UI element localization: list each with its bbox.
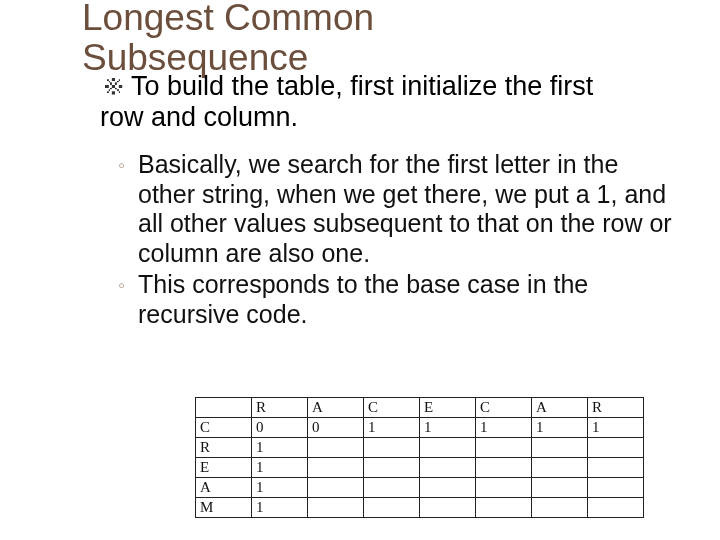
table-row: C 0 0 1 1 1 1 1 xyxy=(196,418,644,438)
table-cell: 1 xyxy=(364,418,420,438)
table-cell: C xyxy=(364,398,420,418)
table-cell: 0 xyxy=(252,418,308,438)
ring-bullet-icon: ◦ xyxy=(118,274,125,298)
table-cell xyxy=(588,438,644,458)
table-cell xyxy=(532,458,588,478)
table-cell xyxy=(588,478,644,498)
table-cell: E xyxy=(196,458,252,478)
table-cell: M xyxy=(196,498,252,518)
table-cell xyxy=(420,438,476,458)
table-cell xyxy=(364,438,420,458)
table-cell xyxy=(420,478,476,498)
table-cell xyxy=(588,498,644,518)
table-cell: A xyxy=(532,398,588,418)
table-cell xyxy=(476,498,532,518)
table-cell xyxy=(308,478,364,498)
table-cell xyxy=(364,498,420,518)
main-bullet: ፠To build the table, first initialize th… xyxy=(100,71,680,133)
slide: Longest Common Subsequence ፠To build the… xyxy=(0,0,720,540)
lcs-table: R A C E C A R C 0 0 1 1 1 1 1 R 1 xyxy=(195,397,644,518)
table-row: R A C E C A R xyxy=(196,398,644,418)
table-cell: R xyxy=(588,398,644,418)
table-cell: 1 xyxy=(252,498,308,518)
table-cell: E xyxy=(420,398,476,418)
table-cell xyxy=(532,438,588,458)
ring-bullet-icon: ◦ xyxy=(118,154,125,178)
table-cell: 1 xyxy=(588,418,644,438)
table-cell: R xyxy=(252,398,308,418)
table-cell xyxy=(308,438,364,458)
bullet-glyph-icon: ፠ xyxy=(100,72,127,103)
table-cell xyxy=(420,458,476,478)
table-cell: C xyxy=(476,398,532,418)
table-cell xyxy=(532,478,588,498)
table-cell: 1 xyxy=(420,418,476,438)
sub-bullet-2: ◦ This corresponds to the base case in t… xyxy=(118,270,680,329)
table-cell: 1 xyxy=(532,418,588,438)
table-cell xyxy=(308,458,364,478)
table-cell xyxy=(532,498,588,518)
table-cell xyxy=(420,498,476,518)
table-cell xyxy=(476,458,532,478)
table-cell: R xyxy=(196,438,252,458)
table-cell xyxy=(476,478,532,498)
title-line-1: Longest Common xyxy=(82,0,374,38)
table-cell xyxy=(476,438,532,458)
table-row: A 1 xyxy=(196,478,644,498)
sub-bullet-list: ◦ Basically, we search for the first let… xyxy=(118,150,680,331)
table-cell xyxy=(588,458,644,478)
table-row: M 1 xyxy=(196,498,644,518)
table-cell xyxy=(308,498,364,518)
table-cell: 1 xyxy=(252,458,308,478)
sub-bullet-2-text: This corresponds to the base case in the… xyxy=(138,270,588,328)
table-cell: 0 xyxy=(308,418,364,438)
table-cell xyxy=(364,458,420,478)
sub-bullet-1: ◦ Basically, we search for the first let… xyxy=(118,150,680,268)
table-cell: 1 xyxy=(252,438,308,458)
table-cell: 1 xyxy=(252,478,308,498)
table-row: R 1 xyxy=(196,438,644,458)
table-cell: A xyxy=(196,478,252,498)
main-bullet-line1: To build the table, first initialize the… xyxy=(131,71,593,101)
table-cell xyxy=(364,478,420,498)
table-cell: C xyxy=(196,418,252,438)
table-row: E 1 xyxy=(196,458,644,478)
sub-bullet-1-text: Basically, we search for the first lette… xyxy=(138,150,672,267)
table-cell xyxy=(196,398,252,418)
table-cell: 1 xyxy=(476,418,532,438)
main-bullet-line2: row and column. xyxy=(100,102,680,133)
table-cell: A xyxy=(308,398,364,418)
slide-title: Longest Common Subsequence xyxy=(82,0,374,78)
